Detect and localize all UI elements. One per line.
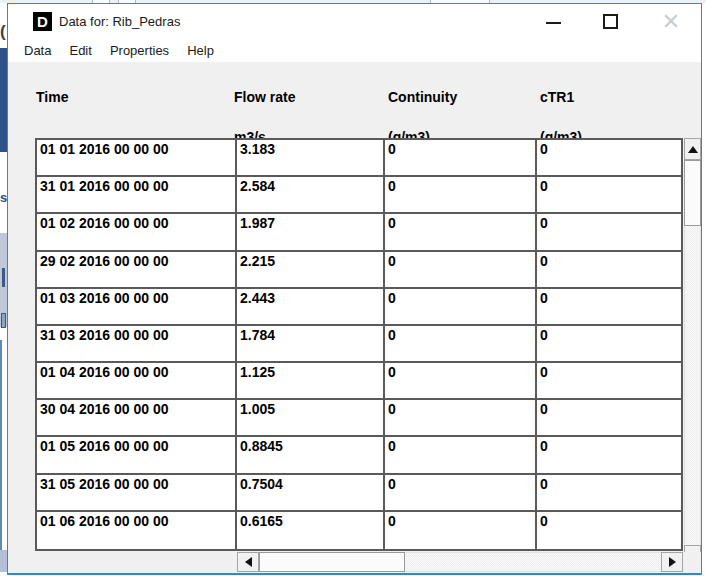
vertical-scrollbar-thumb[interactable]	[684, 160, 701, 226]
background-fragment	[1, 313, 6, 328]
time-cell[interactable]: 30 04 2016 00 00 00	[37, 400, 237, 437]
column-header-label: Time	[36, 87, 68, 107]
continuity-cell[interactable]: 0	[385, 326, 537, 363]
scroll-left-icon	[245, 557, 252, 567]
ctr1-cell[interactable]: 0	[537, 475, 681, 512]
continuity-cell[interactable]: 0	[385, 437, 537, 474]
time-cell[interactable]: 29 02 2016 00 00 00	[37, 252, 237, 289]
menu-edit[interactable]: Edit	[60, 41, 100, 61]
continuity-cell[interactable]: 0	[385, 252, 537, 289]
ctr1-cell[interactable]: 0	[537, 289, 681, 326]
continuity-cell[interactable]: 0	[385, 214, 537, 251]
flow-rate-cell[interactable]: 0.6165	[237, 512, 385, 549]
flow-rate-cell[interactable]: 0.7504	[237, 475, 385, 512]
scroll-up-button[interactable]	[684, 138, 701, 160]
ctr1-cell[interactable]: 0	[537, 437, 681, 474]
ctr1-cell[interactable]: 0	[537, 400, 681, 437]
background-fragment	[0, 340, 2, 566]
ctr1-cell[interactable]: 0	[537, 252, 681, 289]
menu-bar: Data Edit Properties Help	[8, 40, 701, 62]
background-fragment	[2, 268, 5, 287]
column-header-label: cTR1	[540, 87, 582, 107]
menu-data[interactable]: Data	[15, 41, 60, 61]
scroll-up-icon	[688, 146, 698, 153]
flow-rate-cell[interactable]: 2.215	[237, 252, 385, 289]
scroll-right-icon	[669, 557, 676, 567]
time-cell[interactable]: 01 05 2016 00 00 00	[37, 437, 237, 474]
column-header-time: Time	[36, 67, 68, 147]
app-icon: D	[33, 12, 52, 31]
maximize-icon	[603, 14, 618, 29]
time-cell[interactable]: 01 01 2016 00 00 00	[37, 140, 237, 177]
continuity-cell[interactable]: 0	[385, 289, 537, 326]
column-header-label: Continuity	[388, 87, 457, 107]
continuity-cell[interactable]: 0	[385, 177, 537, 214]
time-cell[interactable]: 01 04 2016 00 00 00	[37, 363, 237, 400]
data-window: D Data for: Rib_Pedras ✕ Data Edit Prope…	[7, 3, 702, 575]
time-cell[interactable]: 31 05 2016 00 00 00	[37, 475, 237, 512]
menu-help[interactable]: Help	[178, 41, 223, 61]
continuity-cell[interactable]: 0	[385, 140, 537, 177]
scroll-right-button[interactable]	[661, 552, 683, 572]
titlebar[interactable]: D Data for: Rib_Pedras ✕	[8, 4, 701, 40]
flow-rate-cell[interactable]: 1.005	[237, 400, 385, 437]
ctr1-cell[interactable]: 0	[537, 177, 681, 214]
flow-rate-cell[interactable]: 0.8845	[237, 437, 385, 474]
flow-rate-cell[interactable]: 1.784	[237, 326, 385, 363]
scrollbar-corner	[684, 552, 701, 573]
ctr1-cell[interactable]: 0	[537, 363, 681, 400]
continuity-cell[interactable]: 0	[385, 512, 537, 549]
maximize-button[interactable]	[588, 4, 632, 40]
ctr1-cell[interactable]: 0	[537, 326, 681, 363]
screen: ( s D Data for: Rib_Pedras ✕ Data Edit P…	[0, 0, 706, 576]
minimize-button[interactable]	[531, 4, 575, 40]
flow-rate-cell[interactable]: 2.443	[237, 289, 385, 326]
horizontal-scrollbar[interactable]	[237, 552, 683, 572]
time-cell[interactable]: 31 03 2016 00 00 00	[37, 326, 237, 363]
flow-rate-cell[interactable]: 1.987	[237, 214, 385, 251]
vertical-scrollbar[interactable]	[684, 138, 701, 567]
continuity-cell[interactable]: 0	[385, 363, 537, 400]
close-icon: ✕	[649, 9, 693, 35]
ctr1-cell[interactable]: 0	[537, 512, 681, 549]
data-table: 01 01 2016 00 00 00 3.183 0 0 31 01 2016…	[35, 138, 683, 551]
continuity-cell[interactable]: 0	[385, 475, 537, 512]
column-header-label: Flow rate	[234, 87, 295, 107]
ctr1-cell[interactable]: 0	[537, 214, 681, 251]
window-title: Data for: Rib_Pedras	[59, 14, 180, 29]
ctr1-cell[interactable]: 0	[537, 140, 681, 177]
horizontal-scrollbar-thumb[interactable]	[259, 552, 405, 572]
continuity-cell[interactable]: 0	[385, 400, 537, 437]
background-fragment: (	[0, 22, 7, 42]
flow-rate-cell[interactable]: 2.584	[237, 177, 385, 214]
time-cell[interactable]: 01 02 2016 00 00 00	[37, 214, 237, 251]
time-cell[interactable]: 31 01 2016 00 00 00	[37, 177, 237, 214]
background-fragment	[0, 550, 7, 572]
time-cell[interactable]: 01 06 2016 00 00 00	[37, 512, 237, 549]
close-button[interactable]: ✕	[649, 4, 693, 40]
background-fragment	[0, 48, 7, 152]
minimize-icon	[546, 22, 561, 24]
menu-properties[interactable]: Properties	[101, 41, 178, 61]
time-cell[interactable]: 01 03 2016 00 00 00	[37, 289, 237, 326]
background-fragment: s	[0, 190, 7, 205]
flow-rate-cell[interactable]: 1.125	[237, 363, 385, 400]
scroll-left-button[interactable]	[237, 552, 259, 572]
flow-rate-cell[interactable]: 3.183	[237, 140, 385, 177]
